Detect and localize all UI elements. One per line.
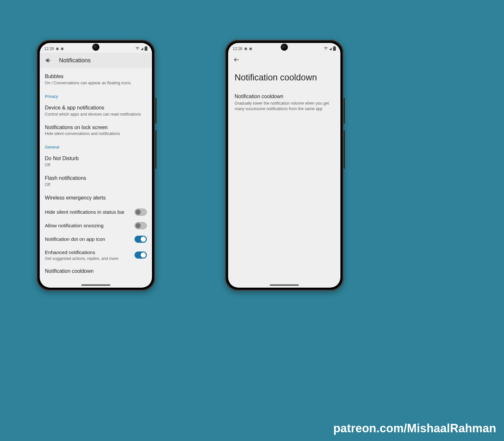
toggle-hide-silent[interactable] [135, 209, 147, 216]
setting-title: Do Not Disturb [45, 155, 147, 162]
battery-icon [145, 46, 147, 51]
back-button[interactable] [233, 56, 240, 64]
setting-subtitle: Off [45, 163, 147, 167]
toggle-enhanced[interactable] [135, 251, 147, 259]
setting-title: Hide silent notifications in status bar [45, 209, 131, 215]
page-title-large: Notification cooldown [228, 64, 340, 92]
battery-icon [333, 46, 336, 51]
section-header-privacy: Privacy [40, 89, 152, 101]
app-bar: Notifications [40, 53, 152, 68]
setting-title: Bubbles [45, 73, 147, 80]
signal-icon: ◢ [329, 47, 332, 50]
setting-enhanced-notifications[interactable]: Enhanced notifications Get suggested act… [40, 246, 152, 264]
setting-title: Device & app notifications [45, 105, 147, 111]
watermark-text: patreon.com/MishaalRahman [333, 422, 496, 435]
setting-notification-dot[interactable]: Notification dot on app icon [40, 232, 152, 246]
back-button[interactable] [44, 56, 52, 64]
setting-flash-notifications[interactable]: Flash notifications Off [40, 171, 152, 191]
screen-right: 12:28 ▣ ▣ ◢ Notification cooldown Notifi… [228, 43, 340, 288]
toggle-dot[interactable] [135, 236, 147, 243]
setting-subtitle: Get suggested actions, replies, and more [45, 256, 131, 261]
setting-subtitle: Off [45, 182, 147, 187]
setting-title: Wireless emergency alerts [45, 195, 147, 201]
setting-device-app-notifications[interactable]: Device & app notifications Control which… [40, 101, 152, 120]
status-notification-icon-2: ▣ [249, 47, 252, 50]
gesture-nav-bar[interactable] [81, 284, 110, 286]
setting-title: Notifications on lock screen [45, 124, 147, 131]
settings-list: Bubbles On / Conversations can appear as… [40, 68, 152, 279]
status-notification-icon-2: ▣ [61, 47, 64, 50]
punch-hole-camera [281, 44, 288, 51]
setting-title: Allow notification snoozing [45, 222, 131, 229]
page-title: Notifications [59, 57, 91, 64]
detail-title: Notification cooldown [235, 94, 334, 99]
status-clock: 12:28 [44, 46, 54, 51]
setting-notification-cooldown[interactable]: Notification cooldown [40, 264, 152, 279]
phone-frame-left: 12:28 ▣ ▣ ◢ Notifications [36, 40, 155, 291]
phone-frame-right: 12:28 ▣ ▣ ◢ Notification cooldown Notifi… [225, 40, 344, 291]
status-notification-icon-1: ▣ [244, 47, 247, 50]
toggle-snoozing[interactable] [135, 222, 147, 229]
setting-title: Notification dot on app icon [45, 236, 131, 242]
section-header-general: General [40, 140, 152, 151]
setting-allow-snoozing[interactable]: Allow notification snoozing [40, 219, 152, 232]
setting-do-not-disturb[interactable]: Do Not Disturb Off [40, 151, 152, 171]
gesture-nav-bar[interactable] [270, 284, 299, 286]
setting-subtitle: Control which apps and devices can read … [45, 112, 147, 117]
status-notification-icon-1: ▣ [56, 47, 59, 50]
setting-wireless-emergency-alerts[interactable]: Wireless emergency alerts [40, 191, 152, 205]
status-clock: 12:28 [233, 46, 242, 51]
setting-lockscreen-notifications[interactable]: Notifications on lock screen Hide silent… [40, 120, 152, 140]
setting-subtitle: Hide silent conversations and notificati… [45, 131, 147, 136]
signal-icon: ◢ [141, 47, 143, 50]
cooldown-detail[interactable]: Notification cooldown Gradually lower th… [228, 92, 340, 114]
wifi-icon [136, 46, 139, 51]
punch-hole-camera [92, 44, 99, 51]
setting-title: Flash notifications [45, 175, 147, 182]
setting-hide-silent-statusbar[interactable]: Hide silent notifications in status bar [40, 205, 152, 219]
screen-left: 12:28 ▣ ▣ ◢ Notifications [40, 43, 152, 288]
setting-subtitle: On / Conversations can appear as floatin… [45, 81, 147, 85]
wifi-icon [324, 46, 328, 51]
detail-subtitle: Gradually lower the notification volume … [235, 101, 334, 112]
setting-bubbles[interactable]: Bubbles On / Conversations can appear as… [40, 69, 152, 89]
setting-title: Notification cooldown [45, 268, 147, 275]
setting-title: Enhanced notifications [45, 249, 131, 256]
